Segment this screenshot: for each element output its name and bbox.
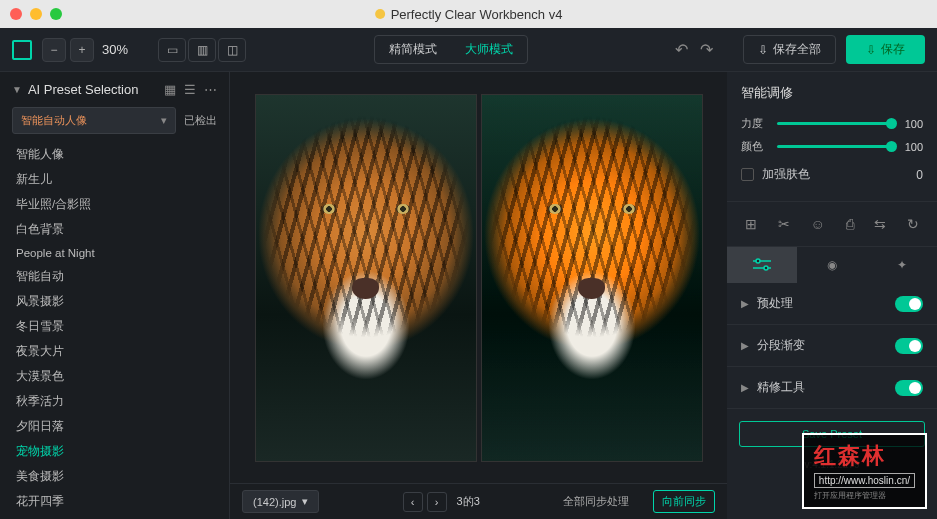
- skin-enhance-checkbox[interactable]: [741, 168, 754, 181]
- finetune-toggle[interactable]: [895, 380, 923, 396]
- download-icon: ⇩: [866, 43, 876, 57]
- titlebar: Perfectly Clear Workbench v4: [0, 0, 937, 28]
- page-prev-button[interactable]: ‹: [403, 492, 423, 512]
- watermark-subtitle: 打开应用程序管理器: [814, 490, 915, 501]
- app-logo-icon[interactable]: [12, 40, 32, 60]
- tab-simple-mode[interactable]: 精简模式: [375, 36, 451, 63]
- undo-button[interactable]: ↶: [675, 40, 688, 59]
- grid-view-icon[interactable]: ▦: [164, 82, 176, 97]
- detected-label: 已检出: [184, 113, 217, 128]
- tab-adjustments[interactable]: [727, 247, 797, 283]
- sync-forward-button[interactable]: 向前同步: [653, 490, 715, 513]
- sliders-icon: [753, 258, 771, 272]
- image-compare-view: [230, 72, 727, 483]
- close-window-button[interactable]: [10, 8, 22, 20]
- app-title-text: Perfectly Clear Workbench v4: [391, 7, 563, 22]
- smart-adjust-title: 智能调修: [727, 72, 937, 112]
- preset-item[interactable]: 夜景大片: [12, 339, 217, 364]
- preset-item[interactable]: 秋季活力: [12, 389, 217, 414]
- sidebar-left: ▼ AI Preset Selection ▦ ☰ ⋯ 智能自动人像 ▾ 已检出…: [0, 72, 230, 519]
- pager: ‹ › 3的3: [403, 492, 480, 512]
- app-badge-icon: [375, 9, 385, 19]
- save-all-button[interactable]: ⇩ 保存全部: [743, 35, 836, 64]
- face-icon[interactable]: ☺: [810, 216, 824, 232]
- zoom-percentage: 30%: [102, 42, 128, 57]
- preset-dropdown[interactable]: 智能自动人像 ▾: [12, 107, 176, 134]
- save-all-label: 保存全部: [773, 41, 821, 58]
- zoom-in-button[interactable]: +: [70, 38, 94, 62]
- panel-gradient[interactable]: ▶ 分段渐变: [727, 325, 937, 367]
- strength-label: 力度: [741, 116, 769, 131]
- watermark-url: http://www.hoslin.cn/: [814, 473, 915, 488]
- zoom-out-button[interactable]: −: [42, 38, 66, 62]
- export-icon[interactable]: ⎙: [846, 216, 854, 232]
- gradient-toggle[interactable]: [895, 338, 923, 354]
- preset-item[interactable]: 毕业照/合影照: [12, 192, 217, 217]
- preset-dropdown-value: 智能自动人像: [21, 113, 87, 128]
- ai-preset-section-title: AI Preset Selection: [28, 82, 139, 97]
- preset-item[interactable]: 冬日雪景: [12, 314, 217, 339]
- watermark-overlay: 红森林 http://www.hoslin.cn/ 打开应用程序管理器: [802, 433, 927, 509]
- panel-gradient-label: 分段渐变: [757, 337, 805, 354]
- view-overlay-button[interactable]: ◫: [218, 38, 246, 62]
- chevron-right-icon: ▶: [741, 298, 749, 309]
- ai-preset-section-header[interactable]: ▼ AI Preset Selection ▦ ☰ ⋯: [0, 72, 229, 107]
- crop-icon[interactable]: ✂: [778, 216, 790, 232]
- color-slider[interactable]: [777, 145, 891, 148]
- preset-item[interactable]: 智能人像: [12, 142, 217, 167]
- mode-tabs: 精简模式 大师模式: [374, 35, 528, 64]
- tab-eye[interactable]: ◉: [797, 247, 867, 283]
- view-mode-toggles: ▭ ▥ ◫: [158, 38, 246, 62]
- save-label: 保存: [881, 41, 905, 58]
- preset-item[interactable]: 白色背景: [12, 217, 217, 242]
- redo-button[interactable]: ↷: [700, 40, 713, 59]
- preset-item[interactable]: People at Night: [12, 242, 217, 264]
- skin-enhance-value: 0: [916, 168, 923, 182]
- preset-item[interactable]: 水下摄影: [12, 514, 217, 519]
- filename-text: (142).jpg: [253, 496, 296, 508]
- chevron-down-icon: ▼: [12, 84, 22, 95]
- chevron-down-icon: ▾: [161, 114, 167, 127]
- preprocessing-toggle[interactable]: [895, 296, 923, 312]
- preset-item[interactable]: 大漠景色: [12, 364, 217, 389]
- chevron-right-icon: ▶: [741, 340, 749, 351]
- chevron-right-icon: ▶: [741, 382, 749, 393]
- preset-item[interactable]: 智能自动: [12, 264, 217, 289]
- save-button[interactable]: ⇩ 保存: [846, 35, 925, 64]
- view-split-button[interactable]: ▥: [188, 38, 216, 62]
- strength-slider-row: 力度 100: [727, 112, 937, 135]
- panel-finetune[interactable]: ▶ 精修工具: [727, 367, 937, 409]
- filename-dropdown[interactable]: (142).jpg ▾: [242, 490, 319, 513]
- list-view-icon[interactable]: ☰: [184, 82, 196, 97]
- tab-effects[interactable]: ✦: [867, 247, 937, 283]
- histogram-icon[interactable]: ⊞: [745, 216, 757, 232]
- color-value: 100: [899, 141, 923, 153]
- reset-icon[interactable]: ↻: [907, 216, 919, 232]
- preset-item[interactable]: 花开四季: [12, 489, 217, 514]
- panel-preprocessing[interactable]: ▶ 预处理: [727, 283, 937, 325]
- preset-item[interactable]: 宠物摄影: [12, 439, 217, 464]
- tab-master-mode[interactable]: 大师模式: [451, 36, 527, 63]
- svg-point-3: [764, 266, 768, 270]
- image-after[interactable]: [481, 94, 703, 462]
- download-icon: ⇩: [758, 43, 768, 57]
- panel-preprocessing-label: 预处理: [757, 295, 793, 312]
- minimize-window-button[interactable]: [30, 8, 42, 20]
- more-icon[interactable]: ⋯: [204, 82, 217, 97]
- zoom-controls: − + 30%: [42, 38, 128, 62]
- page-next-button[interactable]: ›: [427, 492, 447, 512]
- image-before[interactable]: [255, 94, 477, 462]
- preset-item[interactable]: 美食摄影: [12, 464, 217, 489]
- preset-item[interactable]: 夕阳日落: [12, 414, 217, 439]
- preset-list: 智能人像新生儿毕业照/合影照白色背景People at Night智能自动风景摄…: [0, 142, 229, 519]
- view-single-button[interactable]: ▭: [158, 38, 186, 62]
- maximize-window-button[interactable]: [50, 8, 62, 20]
- preset-item[interactable]: 风景摄影: [12, 289, 217, 314]
- history-controls: ↶ ↷: [675, 40, 713, 59]
- preset-item[interactable]: 新生儿: [12, 167, 217, 192]
- sync-all-button[interactable]: 全部同步处理: [563, 494, 629, 509]
- skin-enhance-label: 加强肤色: [762, 166, 810, 183]
- strength-slider[interactable]: [777, 122, 891, 125]
- color-label: 颜色: [741, 139, 769, 154]
- compare-icon[interactable]: ⇆: [874, 216, 886, 232]
